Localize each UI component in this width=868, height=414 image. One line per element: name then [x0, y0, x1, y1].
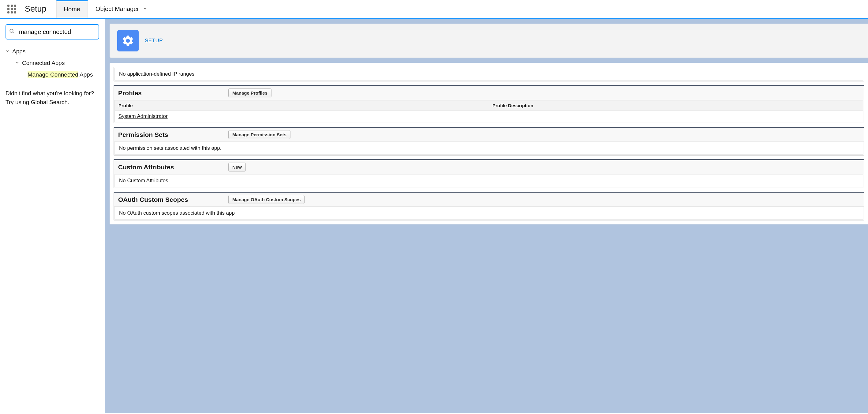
- search-wrap: [5, 24, 99, 39]
- svg-point-0: [10, 29, 13, 32]
- search-highlight: Manage Connected: [28, 71, 79, 78]
- manage-profiles-button[interactable]: Manage Profiles: [228, 88, 272, 97]
- td-profile-description: [489, 111, 863, 122]
- tree-label: Connected Apps: [22, 60, 65, 66]
- page-header-label: SETUP: [145, 38, 163, 44]
- custom-attributes-panel: Custom Attributes New No Custom Attribut…: [114, 159, 864, 188]
- panel-header: Permission Sets Manage Permission Sets: [114, 128, 864, 142]
- custom-attributes-body: No Custom Attributes: [115, 174, 863, 187]
- tab-home-label: Home: [64, 6, 80, 13]
- profiles-table-header: Profile Profile Description: [115, 100, 863, 111]
- ip-ranges-body: No application-defined IP ranges: [115, 68, 863, 81]
- quick-find-input[interactable]: [5, 24, 99, 39]
- setup-tree: Apps Connected Apps Manage Connected App…: [5, 46, 99, 81]
- td-profile-name: System Administrator: [115, 111, 489, 122]
- main-content: SETUP No application-defined IP ranges P…: [105, 19, 868, 413]
- gear-icon: [117, 30, 138, 52]
- tab-home[interactable]: Home: [56, 0, 88, 18]
- ip-ranges-panel: No application-defined IP ranges: [114, 67, 864, 82]
- oauth-scopes-panel: OAuth Custom Scopes Manage OAuth Custom …: [114, 192, 864, 220]
- sidebar: Apps Connected Apps Manage Connected App…: [0, 19, 105, 413]
- th-profile: Profile: [115, 100, 489, 111]
- app-title: Setup: [25, 4, 46, 14]
- app-launcher-icon[interactable]: [7, 5, 16, 13]
- panel-header: Custom Attributes New: [114, 160, 864, 174]
- tab-object-manager-label: Object Manager: [95, 5, 139, 12]
- tree-label: Apps: [12, 48, 25, 55]
- tab-object-manager[interactable]: Object Manager: [88, 0, 155, 18]
- chevron-down-icon: [5, 49, 12, 54]
- panel-title: Custom Attributes: [118, 164, 228, 171]
- content-area: No application-defined IP ranges Profile…: [110, 63, 868, 225]
- svg-line-1: [12, 32, 14, 33]
- panel-header: Profiles Manage Profiles: [114, 86, 864, 100]
- page-header: SETUP: [110, 24, 868, 58]
- permission-sets-panel: Permission Sets Manage Permission Sets N…: [114, 127, 864, 155]
- panel-title: Profiles: [118, 89, 228, 97]
- new-custom-attribute-button[interactable]: New: [228, 162, 246, 172]
- oauth-scopes-body: No OAuth custom scopes associated with t…: [115, 207, 863, 219]
- chevron-down-icon: [15, 61, 22, 65]
- search-icon: [9, 28, 15, 35]
- manage-permission-sets-button[interactable]: Manage Permission Sets: [228, 130, 290, 139]
- profiles-panel: Profiles Manage Profiles Profile Profile…: [114, 85, 864, 123]
- panel-header: OAuth Custom Scopes Manage OAuth Custom …: [114, 193, 864, 207]
- topbar: Setup Home Object Manager: [0, 0, 868, 19]
- manage-oauth-scopes-button[interactable]: Manage OAuth Custom Scopes: [228, 195, 305, 204]
- th-profile-description: Profile Description: [489, 100, 863, 111]
- tree-item-connected-apps[interactable]: Connected Apps: [5, 57, 99, 69]
- tree-item-apps[interactable]: Apps: [5, 46, 99, 57]
- chevron-down-icon: [143, 6, 148, 12]
- panel-title: Permission Sets: [118, 131, 228, 139]
- tree-item-manage-connected-apps[interactable]: Manage Connected Apps: [5, 69, 99, 81]
- permission-sets-body: No permission sets associated with this …: [115, 142, 863, 155]
- sidebar-help-text: Didn't find what you're looking for? Try…: [5, 89, 99, 107]
- main-layout: Apps Connected Apps Manage Connected App…: [0, 19, 868, 413]
- tree-label: Manage Connected Apps: [28, 71, 93, 78]
- panel-title: OAuth Custom Scopes: [118, 196, 228, 203]
- table-row: System Administrator: [115, 111, 863, 122]
- profile-link[interactable]: System Administrator: [119, 113, 168, 119]
